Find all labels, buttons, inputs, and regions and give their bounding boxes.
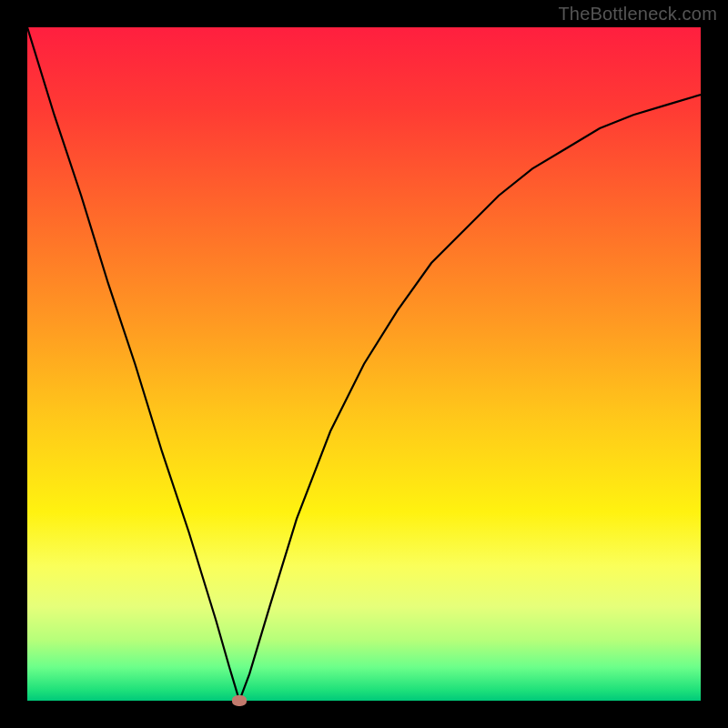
plot-area: [27, 27, 701, 701]
minimum-marker-icon: [232, 695, 247, 706]
watermark-text: TheBottleneck.com: [558, 4, 717, 25]
chart-frame: TheBottleneck.com: [0, 0, 728, 728]
plot-svg: [27, 27, 701, 701]
